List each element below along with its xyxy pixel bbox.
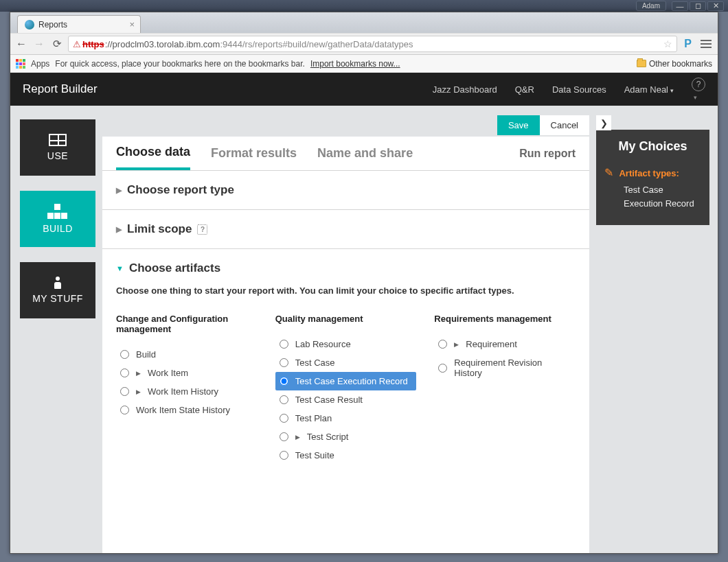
url-protocol: https	[82, 39, 104, 49]
bookmarks-bar: Apps For quick access, place your bookma…	[10, 55, 718, 73]
tab-close-icon[interactable]: ×	[129, 19, 135, 30]
artifact-radio[interactable]	[120, 387, 129, 396]
grid-icon	[49, 134, 67, 146]
artifact-radio[interactable]	[280, 395, 288, 404]
apps-icon[interactable]	[16, 59, 25, 69]
nav-forward-button[interactable]: →	[32, 37, 46, 51]
artifact-label: Build	[136, 349, 156, 360]
artifact-item[interactable]: Test Case	[275, 353, 417, 372]
header-user-menu[interactable]: Adam Neal	[624, 84, 674, 95]
artifact-radio[interactable]	[280, 377, 288, 386]
choice-artifact-types-label: Artifact types:	[619, 168, 679, 178]
artifact-radio[interactable]	[280, 340, 288, 349]
wizard-steps: Choose data Format results Name and shar…	[102, 137, 589, 171]
section-choose-artifacts-header[interactable]: ▼ Choose artifacts	[116, 261, 576, 275]
artifact-col-qm: Quality management Lab ResourceTest Case…	[275, 314, 417, 465]
nav-tile-build[interactable]: BUILD	[20, 191, 95, 247]
artifact-item[interactable]: ▶Requirement	[434, 335, 576, 353]
nav-tile-use-label: USE	[47, 150, 68, 161]
artifact-item[interactable]: ▶Work Item History	[116, 382, 258, 401]
artifact-label: Test Plan	[295, 413, 332, 423]
bookmark-star-icon[interactable]: ☆	[663, 38, 672, 49]
artifact-item[interactable]: Build	[116, 345, 258, 364]
section-limit-scope[interactable]: ▶ Limit scope ?	[102, 210, 589, 249]
artifact-radio[interactable]	[280, 432, 288, 441]
artifact-radio[interactable]	[438, 340, 447, 349]
step-name-share[interactable]: Name and share	[317, 146, 413, 169]
window-close-button[interactable]: ✕	[707, 1, 724, 11]
artifact-item[interactable]: ▶Work Item	[116, 364, 258, 382]
section-limit-scope-title: Limit scope	[127, 222, 192, 236]
artifact-item[interactable]: Test Case Execution Record	[275, 372, 417, 390]
artifact-item[interactable]: Lab Resource	[275, 335, 417, 353]
artifact-col-rm: Requirements management ▶RequirementRequ…	[434, 314, 576, 465]
choice-artifact-types[interactable]: ✎ Artifact types:	[604, 166, 701, 179]
artifact-item[interactable]: ▶Test Script	[275, 428, 417, 446]
artifact-label: Work Item State History	[136, 405, 230, 415]
artifact-item[interactable]: Work Item State History	[116, 401, 258, 419]
artifact-radio[interactable]	[280, 358, 288, 367]
header-link-data-sources[interactable]: Data Sources	[552, 84, 606, 95]
artifact-item[interactable]: Test Suite	[275, 446, 417, 465]
header-help-menu[interactable]: ?	[692, 78, 705, 102]
artifact-label: Test Script	[307, 432, 349, 442]
triangle-down-icon: ▼	[116, 264, 124, 272]
artifact-label: Requirement Revision History	[454, 358, 571, 378]
cancel-button[interactable]: Cancel	[540, 115, 589, 135]
os-titlebar: Adam — ◻ ✕	[0, 0, 728, 12]
hierarchy-icon	[47, 204, 68, 219]
step-format-results[interactable]: Format results	[211, 146, 297, 169]
my-choices-panel: My Choices ✎ Artifact types: Test Case E…	[596, 130, 709, 225]
artifact-radio[interactable]	[120, 406, 129, 414]
artifact-label: Requirement	[466, 339, 516, 349]
address-bar[interactable]: ⚠ https ://prodclm03.torolab.ibm.com :94…	[68, 36, 677, 52]
window-maximize-button[interactable]: ◻	[690, 1, 706, 11]
app-title: Report Builder	[23, 82, 98, 96]
url-host: ://prodclm03.torolab.ibm.com	[105, 39, 220, 49]
artifact-col-ccm-title: Change and Configuration management	[116, 314, 258, 334]
import-bookmarks-link[interactable]: Import bookmarks now...	[310, 59, 400, 69]
nav-tile-build-label: BUILD	[43, 223, 73, 234]
header-nav: Jazz Dashboard Q&R Data Sources Adam Nea…	[433, 78, 705, 102]
help-tooltip-icon[interactable]: ?	[197, 224, 207, 235]
artifact-col-rm-title: Requirements management	[434, 314, 576, 324]
artifact-radio[interactable]	[280, 414, 288, 423]
artifact-label: Work Item History	[148, 386, 218, 397]
header-link-jazz-dashboard[interactable]: Jazz Dashboard	[433, 84, 497, 95]
header-link-qr[interactable]: Q&R	[515, 84, 534, 95]
artifact-radio[interactable]	[120, 368, 129, 377]
nav-tile-mystuff-label: MY STUFF	[32, 293, 83, 304]
nav-back-button[interactable]: ←	[14, 37, 28, 51]
right-column: ❯ My Choices ✎ Artifact types: Test Case…	[596, 115, 709, 553]
section-choose-artifacts: ▼ Choose artifacts Choose one thing to s…	[102, 249, 589, 477]
other-bookmarks-button[interactable]: Other bookmarks	[637, 59, 712, 69]
step-choose-data[interactable]: Choose data	[116, 145, 190, 170]
nav-tile-use[interactable]: USE	[20, 119, 95, 176]
collapse-choices-button[interactable]: ❯	[596, 115, 611, 130]
save-button[interactable]: Save	[497, 115, 540, 135]
nav-reload-button[interactable]: ⟳	[50, 37, 64, 51]
nav-tile-mystuff[interactable]: MY STUFF	[20, 262, 95, 318]
artifact-radio[interactable]	[438, 364, 447, 373]
apps-label[interactable]: Apps	[31, 59, 49, 69]
extension-p-icon[interactable]: P	[681, 38, 694, 50]
artifact-label: Lab Resource	[295, 339, 351, 349]
os-user-badge: Adam	[636, 1, 666, 11]
section-report-type-title: Choose report type	[127, 183, 234, 197]
artifact-columns: Change and Configuration management Buil…	[116, 314, 576, 465]
run-report-button[interactable]: Run report	[519, 148, 576, 168]
artifact-radio[interactable]	[120, 350, 129, 359]
app-root: Report Builder Jazz Dashboard Q&R Data S…	[10, 73, 718, 553]
window-minimize-button[interactable]: —	[672, 1, 688, 11]
artifact-item[interactable]: Test Case Result	[275, 390, 417, 409]
browser-menu-button[interactable]	[698, 38, 714, 50]
artifact-item[interactable]: Test Plan	[275, 409, 417, 428]
tab-favicon	[25, 20, 34, 30]
browser-tab-reports[interactable]: Reports ×	[17, 15, 141, 33]
artifact-item[interactable]: Requirement Revision History	[434, 353, 576, 382]
ssl-warning-icon: ⚠	[73, 39, 81, 49]
tab-title: Reports	[38, 20, 67, 30]
artifact-radio[interactable]	[280, 451, 288, 460]
section-report-type[interactable]: ▶ Choose report type	[102, 171, 589, 210]
main-panel: Choose data Format results Name and shar…	[102, 137, 589, 553]
